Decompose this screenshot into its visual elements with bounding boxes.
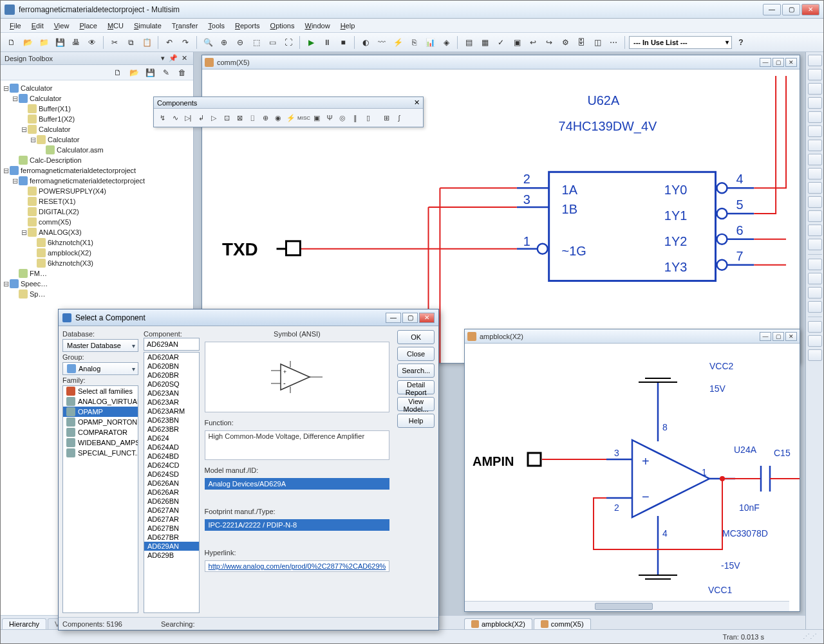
stop-icon[interactable]: ■: [336, 35, 350, 50]
component-item[interactable]: AD624CD: [144, 461, 199, 470]
tree-node[interactable]: 6khznotch(X1): [2, 237, 192, 248]
component-item[interactable]: AD627AN: [144, 506, 199, 515]
current-probe-icon[interactable]: [808, 349, 822, 361]
close-design-icon[interactable]: 🗑: [175, 66, 189, 80]
mdi-amp-titlebar[interactable]: ampblock(X2) — ▢ ✕: [465, 329, 800, 344]
mdi-max-icon[interactable]: ▢: [772, 332, 784, 341]
menu-window[interactable]: Window: [301, 21, 333, 31]
forward-annotate-icon[interactable]: ↪: [542, 35, 556, 50]
tree-node[interactable]: ⊟ferromagneticmaterialdetectorproject: [2, 176, 192, 186]
zoom-out-icon[interactable]: ⊖: [233, 35, 247, 50]
wattmeter-icon[interactable]: [808, 83, 822, 95]
component-item[interactable]: AD626AN: [144, 479, 199, 488]
print-icon[interactable]: 🖶: [69, 35, 83, 50]
menu-view[interactable]: View: [50, 21, 73, 31]
advanced-icon[interactable]: ▣: [311, 111, 323, 124]
source-icon[interactable]: ↯: [156, 111, 168, 124]
mdi-comm-titlebar[interactable]: comm(X5) — ▢ ✕: [202, 55, 800, 69]
paste-icon[interactable]: 📋: [140, 35, 154, 50]
resize-grip-icon[interactable]: ⋰⋰: [803, 632, 817, 641]
family-item[interactable]: OPAMP: [63, 407, 138, 417]
footprint-text[interactable]: IPC-2221A/2222 / PDIP-N-8: [205, 519, 390, 531]
design-toolbox-header[interactable]: Design Toolbox ▾ 📌 ✕: [1, 52, 193, 65]
component-item[interactable]: AD623AN: [144, 389, 199, 398]
database-mgr-icon[interactable]: 🗄: [574, 35, 588, 50]
mdi-ampblock-window[interactable]: ampblock(X2) — ▢ ✕ + −: [464, 329, 800, 612]
bus-icon[interactable]: ∫: [393, 111, 405, 124]
select-component-dialog[interactable]: Select a Component — ▢ ✕ Database: Maste…: [58, 309, 439, 630]
family-item[interactable]: OPAMP_NORTON: [63, 417, 138, 427]
probe-icon[interactable]: ⚡: [391, 35, 405, 50]
word-gen-icon[interactable]: [808, 154, 822, 165]
diode-icon[interactable]: ▷|: [182, 111, 194, 124]
dialog-max-icon[interactable]: ▢: [402, 313, 418, 323]
components-toolbar[interactable]: Components ✕ ↯ ∿ ▷| ↲ ▷ ⊡ ⊠ ⌷ ⊕ ◉ ⚡ MISC…: [153, 97, 424, 127]
tree-node[interactable]: comm(X5): [2, 217, 192, 227]
family-item[interactable]: WIDEBAND_AMPS: [63, 437, 138, 448]
component-item[interactable]: AD623AR: [144, 398, 199, 407]
maximize-button[interactable]: ▢: [782, 4, 800, 15]
family-item[interactable]: Select all families: [63, 386, 138, 396]
cmos-icon[interactable]: ⊠: [234, 111, 245, 124]
pcb-icon[interactable]: ▣: [510, 35, 524, 50]
expander-icon[interactable]: ⊟: [29, 136, 37, 144]
misc-icon[interactable]: ◈: [439, 35, 453, 50]
tree-node[interactable]: ⊟Calculator: [2, 134, 192, 145]
logic-analyzer-icon[interactable]: [808, 168, 822, 179]
menu-simulate[interactable]: Simulate: [130, 21, 165, 31]
print-preview-icon[interactable]: 👁: [85, 35, 99, 50]
mdi-min-icon[interactable]: —: [760, 332, 771, 341]
expander-icon[interactable]: ⊟: [20, 228, 28, 237]
zoom-area-icon[interactable]: ⬚: [249, 35, 263, 50]
help-icon[interactable]: ?: [734, 35, 748, 50]
ladder-icon[interactable]: ‖: [350, 111, 361, 124]
more-icon[interactable]: ⋯: [606, 35, 621, 50]
mdi-tab-comm[interactable]: comm(X5): [534, 618, 591, 629]
family-item[interactable]: COMPARATOR: [63, 427, 138, 437]
component-item[interactable]: AD627BR: [144, 533, 199, 542]
mixed-icon[interactable]: ⊕: [259, 111, 271, 124]
expander-icon[interactable]: ⊟: [20, 125, 28, 134]
postproc-icon[interactable]: ⎘: [407, 35, 421, 50]
component-item[interactable]: AD626AR: [144, 488, 199, 497]
open-icon[interactable]: 📂: [21, 35, 35, 50]
tree-node[interactable]: POWERSUPPLY(X4): [2, 186, 192, 196]
pause-icon[interactable]: ⏸: [320, 35, 334, 50]
run-icon[interactable]: ▶: [304, 35, 318, 50]
menu-transfer[interactable]: Transfer: [168, 21, 202, 31]
component-filter-input[interactable]: [144, 338, 200, 351]
tree-node[interactable]: RESET(X1): [2, 196, 192, 207]
panel-close-icon[interactable]: ✕: [180, 54, 189, 62]
oscilloscope-icon[interactable]: [808, 97, 822, 109]
expander-icon[interactable]: ⊟: [2, 167, 10, 175]
mdi-close-icon[interactable]: ✕: [785, 332, 797, 341]
dialog-titlebar[interactable]: Select a Component — ▢ ✕: [59, 309, 438, 326]
fullscreen-icon[interactable]: ⛶: [281, 35, 295, 50]
search-button[interactable]: Search...: [397, 363, 435, 378]
menu-edit[interactable]: Edit: [28, 21, 48, 31]
mdi-min-icon[interactable]: —: [760, 58, 771, 67]
new-design-icon[interactable]: 🗋: [111, 66, 125, 80]
tree-node[interactable]: Calculator.asm: [2, 145, 192, 155]
in-use-list-dropdown[interactable]: --- In Use List ---: [629, 36, 732, 49]
tree-node[interactable]: Sp…: [2, 289, 192, 299]
logic-converter-icon[interactable]: [808, 182, 822, 194]
tree-node[interactable]: ampblock(X2): [2, 248, 192, 258]
menu-options[interactable]: Options: [267, 21, 299, 31]
tree-node[interactable]: Calc-Description: [2, 155, 192, 165]
close-icon[interactable]: ✕: [414, 98, 420, 107]
menu-mcu[interactable]: MCU: [104, 21, 127, 31]
indicator-icon[interactable]: ◉: [272, 111, 284, 124]
analysis-icon[interactable]: 📊: [423, 35, 437, 50]
tree-node[interactable]: FM…: [2, 268, 192, 279]
open-design-icon[interactable]: 📂: [127, 66, 141, 80]
four-ch-scope-icon[interactable]: [808, 111, 822, 123]
panel-dropdown-icon[interactable]: ▾: [159, 54, 167, 62]
component-item[interactable]: AD629AN: [144, 542, 199, 551]
database-dropdown[interactable]: Master Database: [62, 339, 138, 352]
titlebar[interactable]: ferromagneticmaterialdetectorproject - M…: [1, 1, 823, 19]
interactive-icon[interactable]: ◐: [359, 35, 373, 50]
basic-icon[interactable]: ∿: [169, 111, 181, 124]
model-text[interactable]: Analog Devices/AD629A: [205, 478, 390, 490]
menu-place[interactable]: Place: [75, 21, 101, 31]
